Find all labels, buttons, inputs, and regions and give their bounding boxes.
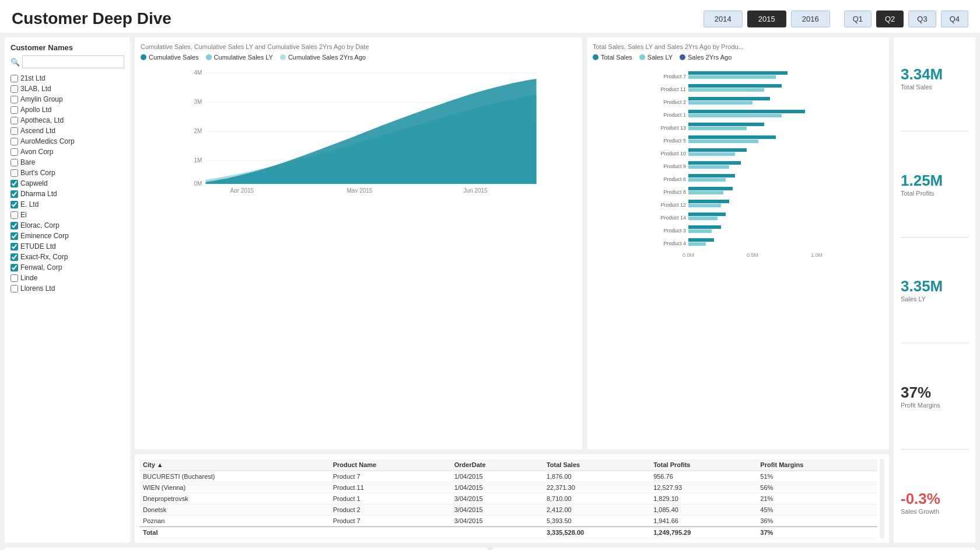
customer-name: Ei [20,211,27,219]
customer-item[interactable]: Llorens Ltd [10,283,124,294]
search-input[interactable] [22,55,124,68]
customer-item[interactable]: Elorac, Corp [10,220,124,231]
col-sales[interactable]: Total Sales [543,459,650,471]
customer-checkbox[interactable] [10,253,18,261]
table-cell-city: WIEN (Vienna) [139,482,330,493]
legend-label-total: Total Sales [601,54,632,61]
q1-button[interactable]: Q1 [844,11,872,27]
customer-item[interactable]: 21st Ltd [10,73,124,83]
table-row: BUCURESTI (Bucharest)Product 71/04/20151… [139,471,877,482]
customer-item[interactable]: Capweld [10,178,124,189]
customer-name: Bare [20,158,35,166]
col-margin[interactable]: Profit Margins [757,459,877,471]
customer-checkbox[interactable] [10,201,18,208]
legend-label-bar-ly: Sales LY [648,54,673,61]
svg-rect-14 [688,71,788,75]
year-2016-button[interactable]: 2016 [791,11,830,27]
svg-text:0.5M: 0.5M [747,252,758,258]
kpi-total-profits: 1.25M Total Profits [901,172,968,197]
customer-checkbox[interactable] [10,285,18,293]
customer-item[interactable]: Exact-Rx, Corp [10,252,124,262]
customer-item[interactable]: Amylin Group [10,94,124,105]
customer-item[interactable]: AuroMedics Corp [10,136,124,147]
table-cell-sales: 5,393.50 [543,516,650,527]
table-cell-profits: 956.76 [650,471,757,482]
customer-checkbox[interactable] [10,264,18,271]
col-city[interactable]: City ▲ [139,459,330,471]
top-charts-row: Cumulative Sales, Cumulative Sales LY an… [135,37,889,450]
q2-button[interactable]: Q2 [876,11,904,27]
table-scrollbar[interactable] [880,459,884,538]
table-cell-date: 1/04/2015 [451,482,543,493]
customer-checkbox[interactable] [10,148,18,156]
table-cell-sales: 22,371.30 [543,482,650,493]
svg-rect-30 [688,140,758,143]
table-row: DonetskProduct 23/04/20152,412.001,085.4… [139,504,877,516]
main-content: Customer Names 🔍 21st Ltd3LAB, LtdAmylin… [0,33,980,548]
customer-checkbox[interactable] [10,106,18,114]
kpi-panel: 3.34M Total Sales 1.25M Total Profits 3.… [894,37,975,543]
table-row: DnepropetrovskProduct 13/04/20158,710.00… [139,493,877,504]
col-profits[interactable]: Total Profits [650,459,757,471]
customer-checkbox[interactable] [10,190,18,198]
customer-item[interactable]: Bare [10,157,124,168]
table-wrapper[interactable]: City ▲ Product Name OrderDate Total Sale… [139,459,877,538]
customer-item[interactable]: Ascend Ltd [10,126,124,136]
svg-text:2M: 2M [194,128,202,134]
q3-button[interactable]: Q3 [908,11,936,27]
customer-item[interactable]: Ei [10,210,124,220]
table-cell-city: Donetsk [139,504,330,516]
customer-checkbox[interactable] [10,243,18,250]
customer-checkbox[interactable] [10,274,18,282]
table-cell-product: Product 7 [330,516,451,527]
svg-rect-27 [688,127,747,130]
col-product[interactable]: Product Name [330,459,451,471]
customer-checkbox[interactable] [10,169,18,177]
customer-item[interactable]: 3LAB, Ltd [10,83,124,94]
table-cell-sales: 8,710.00 [543,493,650,504]
customer-name: Ascend Ltd [20,127,55,135]
table-cell-city: Dnepropetrovsk [139,493,330,504]
customer-item[interactable]: Eminence Corp [10,231,124,241]
customer-item[interactable]: Linde [10,273,124,283]
svg-text:Product 1: Product 1 [663,112,686,118]
customer-item[interactable]: E. Ltd [10,199,124,210]
kpi-total-sales-label: Total Sales [901,83,968,90]
customer-checkbox[interactable] [10,180,18,187]
header: Customer Deep Dive 2014 2015 2016 Q1 Q2 … [0,0,980,33]
year-2015-button[interactable]: 2015 [747,11,786,27]
customer-name: 21st Ltd [20,74,46,82]
customer-checkbox[interactable] [10,138,18,145]
bar-chart-title: Total Sales, Sales LY and Sales 2Yrs Ago… [593,43,883,50]
customer-name: Avon Corp [20,148,53,156]
customer-item[interactable]: Apollo Ltd [10,105,124,115]
customer-item[interactable]: Dharma Ltd [10,189,124,199]
customer-name: Apollo Ltd [20,106,51,114]
customer-item[interactable]: Apotheca, Ltd [10,115,124,126]
table-cell-margin: 21% [757,493,877,504]
legend-dot-2yr [280,54,286,60]
customer-checkbox[interactable] [10,232,18,240]
svg-text:May 2015: May 2015 [347,187,373,193]
table-cell-margin: 51% [757,471,877,482]
customer-checkbox[interactable] [10,117,18,124]
q4-button[interactable]: Q4 [941,11,968,27]
year-2014-button[interactable]: 2014 [704,11,743,27]
customer-checkbox[interactable] [10,127,18,135]
customer-checkbox[interactable] [10,222,18,229]
customer-item[interactable]: ETUDE Ltd [10,241,124,252]
customer-item[interactable]: Burt's Corp [10,168,124,178]
customer-checkbox[interactable] [10,159,18,166]
svg-text:Product 6: Product 6 [663,176,686,182]
col-date[interactable]: OrderDate [451,459,543,471]
customer-checkbox[interactable] [10,85,18,93]
customer-checkbox[interactable] [10,75,18,82]
svg-text:Product 7: Product 7 [663,74,686,79]
customer-item[interactable]: Avon Corp [10,147,124,157]
svg-text:Product 14: Product 14 [660,215,686,221]
customer-name: ETUDE Ltd [20,242,56,250]
svg-text:1M: 1M [194,157,202,163]
customer-checkbox[interactable] [10,96,18,103]
customer-item[interactable]: Fenwal, Corp [10,262,124,273]
customer-checkbox[interactable] [10,211,18,219]
